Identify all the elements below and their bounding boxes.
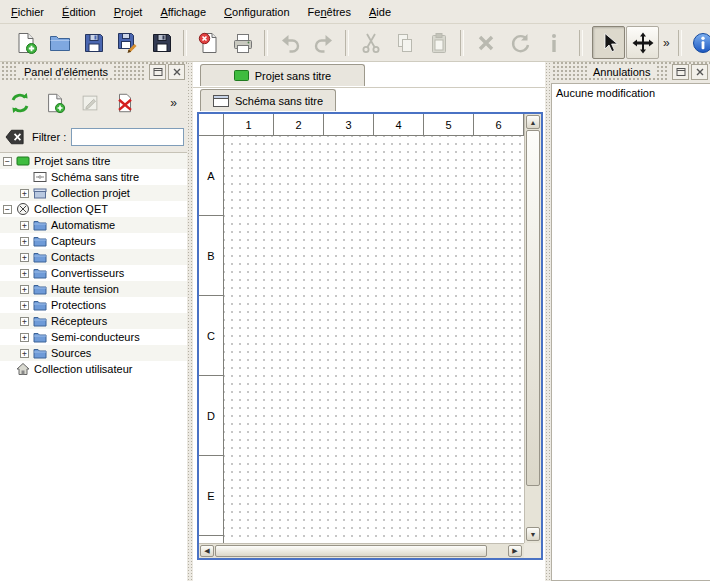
rotate-button[interactable] (503, 26, 536, 59)
tree-item-schema-sans-titre[interactable]: Schéma sans titre (0, 169, 187, 185)
row-header-c: C (199, 296, 224, 376)
undo-history-view[interactable]: Aucune modification (551, 83, 710, 581)
menu-bar: FichierÉditionProjetAffichageConfigurati… (0, 0, 710, 24)
tree-item-label: Protections (50, 299, 106, 311)
column-headers: 123456 (224, 114, 524, 136)
menu-affichage[interactable]: Affichage (151, 2, 215, 22)
undo-dock-titlebar[interactable]: Annulations (551, 62, 710, 82)
expand-expander-icon[interactable]: + (20, 349, 29, 358)
tool-group-overflow-chevron[interactable]: » (660, 36, 673, 50)
dock-float-button[interactable] (149, 64, 166, 80)
print-button[interactable] (226, 26, 259, 59)
paste-button[interactable] (422, 26, 455, 59)
tree-item-collection-projet[interactable]: +Collection projet (0, 185, 187, 201)
copy-button[interactable] (388, 26, 421, 59)
scroll-left-button[interactable]: ◀ (200, 545, 214, 557)
collapse-expander-icon[interactable]: − (3, 157, 12, 166)
folder-icon (32, 218, 47, 232)
edit-element-button[interactable] (77, 90, 103, 116)
menu-edition[interactable]: Édition (53, 2, 105, 22)
tab-project[interactable]: Projet sans titre (200, 64, 365, 86)
menu-fenetres[interactable]: Fenêtres (299, 2, 360, 22)
scroll-right-button[interactable]: ▶ (508, 545, 522, 557)
element-info-button[interactable] (537, 26, 570, 59)
menu-configuration[interactable]: Configuration (215, 2, 298, 22)
right-arrow-icon: ▶ (512, 547, 517, 555)
menu-fichier[interactable]: Fichier (2, 2, 53, 22)
tree-item-automatisme[interactable]: +Automatisme (0, 217, 187, 233)
tree-item-capteurs[interactable]: +Capteurs (0, 233, 187, 249)
vertical-scroll-thumb[interactable] (526, 130, 540, 486)
delete-button[interactable] (469, 26, 502, 59)
tree-item-projet-sans-titre[interactable]: −Projet sans titre (0, 153, 187, 169)
folder-icon (32, 266, 47, 280)
close-file-button[interactable] (192, 26, 225, 59)
down-arrow-icon: ▼ (530, 531, 537, 538)
row-header-filler (199, 536, 224, 543)
tree-item-label: Récepteurs (50, 315, 107, 327)
cut-button[interactable] (354, 26, 387, 59)
redo-button[interactable] (307, 26, 340, 59)
expand-expander-icon[interactable]: + (20, 317, 29, 326)
column-header-4: 4 (374, 114, 424, 136)
filter-clear-button[interactable] (3, 127, 27, 147)
dock-close-button[interactable] (691, 64, 708, 80)
reload-collections-button[interactable] (7, 90, 33, 116)
elements-panel-titlebar[interactable]: Panel d'éléments (0, 62, 187, 82)
folder-icon (32, 234, 47, 248)
scroll-up-button[interactable]: ▲ (526, 115, 540, 129)
filter-input[interactable] (71, 128, 184, 146)
info-blue-icon (691, 31, 710, 55)
move-view-button[interactable] (626, 26, 659, 59)
tree-item-collection-qet[interactable]: −Collection QET (0, 201, 187, 217)
open-folder-icon (48, 31, 72, 55)
vertical-scrollbar[interactable]: ▲ ▼ (524, 114, 541, 543)
new-file-button[interactable] (9, 26, 42, 59)
diagram-grid-canvas[interactable] (224, 136, 524, 543)
dock-close-button[interactable] (168, 64, 185, 80)
save-button[interactable] (77, 26, 110, 59)
tree-item-protections[interactable]: +Protections (0, 297, 187, 313)
tree-item-sources[interactable]: +Sources (0, 345, 187, 361)
expand-expander-icon[interactable]: + (20, 253, 29, 262)
horizontal-scroll-thumb[interactable] (215, 545, 487, 557)
expand-expander-icon[interactable]: + (20, 189, 29, 198)
tree-item-contacts[interactable]: +Contacts (0, 249, 187, 265)
elements-toolbar-overflow-chevron[interactable]: » (167, 96, 180, 110)
info-gray-icon (542, 31, 566, 55)
delete-element-button[interactable] (112, 90, 138, 116)
expand-expander-icon[interactable]: + (20, 269, 29, 278)
schema-sheet-icon (213, 95, 229, 107)
tree-item-collection-utilisateur[interactable]: Collection utilisateur (0, 361, 187, 377)
scroll-down-button[interactable]: ▼ (526, 527, 540, 541)
row-header-b: B (199, 216, 224, 296)
pointer-select-button[interactable] (592, 26, 625, 59)
horizontal-scrollbar[interactable]: ◀ ▶ (199, 543, 524, 558)
expand-expander-icon[interactable]: + (20, 221, 29, 230)
tab-schema[interactable]: Schéma sans titre (200, 89, 336, 111)
tree-item-semi-conducteurs[interactable]: +Semi-conducteurs (0, 329, 187, 345)
close-icon (171, 66, 183, 78)
tree-item-label: Collection utilisateur (33, 363, 132, 375)
tree-item-convertisseurs[interactable]: +Convertisseurs (0, 265, 187, 281)
about-info-button[interactable] (687, 26, 710, 59)
dock-float-button[interactable] (672, 64, 689, 80)
save-as-button[interactable] (111, 26, 144, 59)
expand-expander-icon[interactable]: + (20, 301, 29, 310)
new-element-button[interactable] (42, 90, 68, 116)
expand-expander-icon[interactable]: + (20, 333, 29, 342)
tree-item-haute-tension[interactable]: +Haute tension (0, 281, 187, 297)
undo-button[interactable] (273, 26, 306, 59)
expand-expander-icon[interactable]: + (20, 237, 29, 246)
open-project-button[interactable] (43, 26, 76, 59)
float-icon (675, 66, 687, 78)
save-all-button[interactable] (145, 26, 178, 59)
collapse-expander-icon[interactable]: − (3, 205, 12, 214)
undo-dock-title: Annulations (587, 66, 657, 78)
menu-aide[interactable]: Aide (360, 2, 400, 22)
tab-project-label: Projet sans titre (255, 70, 331, 82)
menu-projet[interactable]: Projet (105, 2, 152, 22)
tree-item-label: Semi-conducteurs (50, 331, 140, 343)
expand-expander-icon[interactable]: + (20, 285, 29, 294)
tree-item-recepteurs[interactable]: +Récepteurs (0, 313, 187, 329)
